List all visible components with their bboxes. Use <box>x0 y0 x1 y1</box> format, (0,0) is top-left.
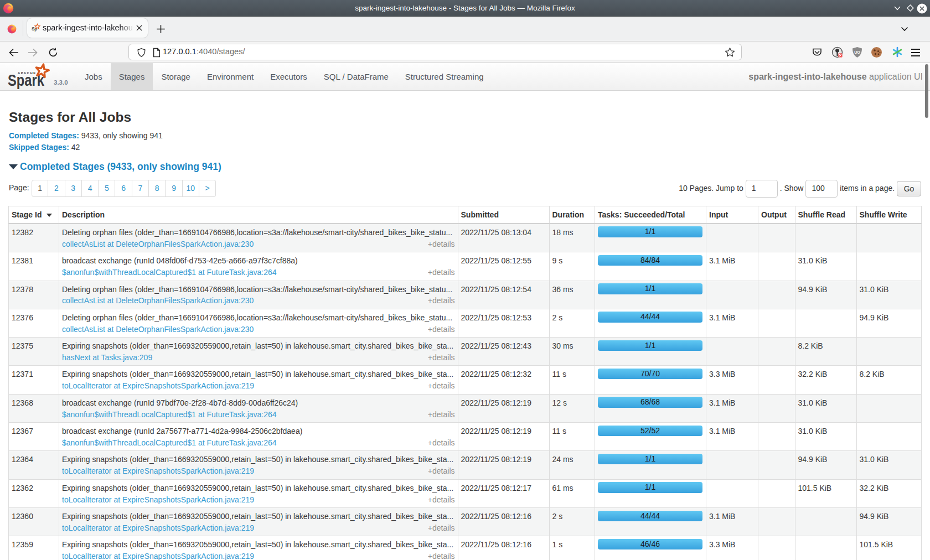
svg-text:UO: UO <box>854 50 860 54</box>
